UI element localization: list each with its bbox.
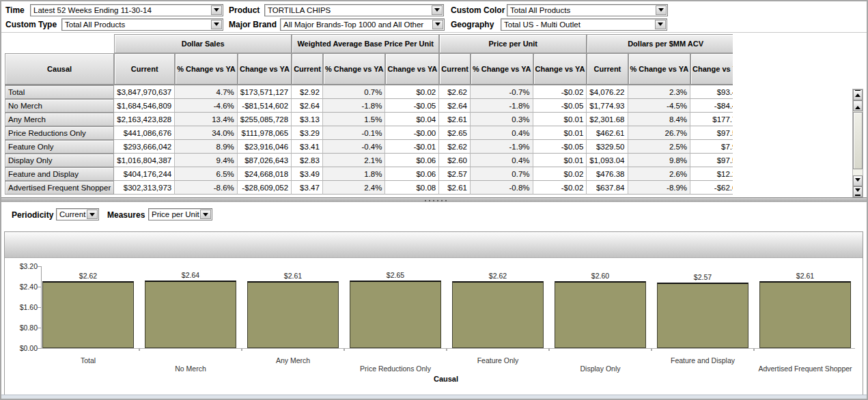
grid-cell: -0.7% <box>471 85 533 99</box>
x-axis-title: Causal <box>412 375 480 383</box>
custom-type-value: Total All Products <box>65 20 125 29</box>
sub-column-header[interactable]: Change vs YA <box>533 53 587 85</box>
chevron-down-icon[interactable] <box>211 20 222 29</box>
major-brand-dropdown[interactable]: All Major Brands-Top 1000 and All Other <box>280 18 445 31</box>
grid-cell: -1.9% <box>471 140 533 154</box>
column-group-header[interactable]: Weighted Average Base Price Per Unit <box>292 34 439 53</box>
scroll-to-top-button[interactable] <box>853 89 863 100</box>
grid-cell: $2.64 <box>439 99 471 113</box>
chart-bar[interactable] <box>452 281 544 348</box>
column-group-header[interactable]: Dollars per $MM ACV <box>587 34 733 53</box>
grid-cell: -0.4% <box>323 140 386 154</box>
row-header-button[interactable]: Price Reductions Only <box>5 126 114 140</box>
x-axis-tick-mark <box>753 348 755 351</box>
time-dropdown[interactable]: Latest 52 Weeks Ending 11-30-14 <box>30 4 223 16</box>
chart-bar[interactable] <box>555 281 646 348</box>
sub-column-header[interactable]: Change vs YA <box>690 53 733 85</box>
chart-bar[interactable] <box>145 281 236 348</box>
column-group-header[interactable]: Dollar Sales <box>114 34 292 53</box>
time-value: Latest 52 Weeks Ending 11-30-14 <box>33 6 152 14</box>
row-header-button[interactable]: Feature and Display <box>5 167 114 181</box>
sub-column-header[interactable]: % Change vs YA <box>323 53 386 85</box>
grid-cell: $3.47 <box>292 181 323 195</box>
chevron-down-icon[interactable] <box>87 210 98 219</box>
filter-custom-color: Custom Color Total All Products <box>451 3 668 16</box>
row-header-button[interactable]: Total <box>5 85 114 99</box>
y-axis-tick-mark <box>38 266 41 267</box>
grid-cell: -$62.61 <box>690 181 733 195</box>
chevron-down-icon[interactable] <box>200 210 211 219</box>
sub-column-header[interactable]: Current <box>292 53 323 85</box>
row-header-button[interactable]: Feature Only <box>5 140 114 154</box>
grid-cell: $2,301.68 <box>587 113 628 126</box>
custom-color-dropdown[interactable]: Total All Products <box>507 4 668 16</box>
grid-cell: 9.8% <box>628 154 691 167</box>
grid-cell: $2.64 <box>292 99 323 113</box>
grid-cell: $462.61 <box>587 126 628 140</box>
grid-cell: 8.9% <box>175 140 238 154</box>
chart-bar[interactable] <box>247 281 339 348</box>
product-dropdown[interactable]: TORTILLA CHIPS <box>264 4 444 16</box>
sub-column-header[interactable]: Current <box>114 53 175 85</box>
grid-cell: 2.6% <box>628 167 691 181</box>
grid-vertical-scrollbar[interactable] <box>852 89 863 198</box>
pane-splitter[interactable] <box>1 197 867 202</box>
chart-bar[interactable] <box>350 281 441 348</box>
row-header-button[interactable]: Advertised Frequent Shopper <box>5 181 114 195</box>
scroll-up-button[interactable] <box>853 100 863 111</box>
geography-dropdown[interactable]: Total US - Multi Outlet <box>501 18 667 31</box>
scrollbar-thumb[interactable] <box>853 112 863 169</box>
grid-cell: $2.65 <box>439 126 471 140</box>
sub-column-header[interactable]: % Change vs YA <box>175 53 238 85</box>
chevron-down-icon[interactable] <box>655 20 666 29</box>
row-header-button[interactable]: Display Only <box>5 154 114 167</box>
grid-cell: $7.96 <box>690 140 733 154</box>
table-row: Display Only$1,016,804,3879.4%$87,026,64… <box>5 154 733 167</box>
periodicity-dropdown[interactable]: Current <box>56 208 99 220</box>
filter-geography: Geography Total US - Multi Outlet <box>451 18 667 31</box>
bar-chart-panel: $3.20$2.40$1.60$0.80$0.00$2.62Total$2.64… <box>4 231 863 395</box>
scroll-to-end-button[interactable] <box>853 186 863 197</box>
causal-column-header[interactable]: Causal <box>5 53 114 85</box>
grid-cell: $97.50 <box>690 154 733 167</box>
table-row: Any Merch$2,163,423,82813.4%$255,085,728… <box>5 113 733 126</box>
row-header-button[interactable]: No Merch <box>5 99 114 113</box>
chevron-down-icon[interactable] <box>211 5 222 15</box>
grid-cell: $404,176,244 <box>114 167 175 181</box>
grid-cell: 13.4% <box>175 113 238 126</box>
row-header-button[interactable]: Any Merch <box>5 113 114 126</box>
y-axis-line <box>41 266 42 348</box>
grid-cell: -$84.47 <box>690 99 733 113</box>
grid-cell: $1,016,804,387 <box>114 154 175 167</box>
custom-type-dropdown[interactable]: Total All Products <box>61 18 223 31</box>
chart-bar[interactable] <box>42 281 134 348</box>
grid-cell: $2,163,423,828 <box>114 113 175 126</box>
x-axis-category-label: Feature Only <box>432 356 564 365</box>
grid-cell: $329.50 <box>587 140 628 154</box>
scroll-down-button[interactable] <box>853 175 863 186</box>
chevron-down-icon[interactable] <box>432 20 443 29</box>
geography-value: Total US - Multi Outlet <box>504 20 580 29</box>
grid-cell: $0.06 <box>385 154 439 167</box>
grid-cell: 1.5% <box>323 113 386 126</box>
chart-bar[interactable] <box>657 283 748 348</box>
sub-column-header[interactable]: Change vs YA <box>385 53 439 85</box>
scrollbar-track[interactable] <box>853 111 863 175</box>
grid-cell: $3.49 <box>292 167 323 181</box>
chart-bar[interactable] <box>759 281 851 348</box>
bar-value-label: $2.61 <box>759 272 851 280</box>
chevron-down-icon[interactable] <box>656 5 667 15</box>
grid-cell: $302,313,973 <box>114 181 175 195</box>
column-group-header[interactable]: Price per Unit <box>439 34 587 53</box>
sub-column-header[interactable]: % Change vs YA <box>628 53 691 85</box>
sub-column-header[interactable]: Change vs YA <box>238 53 292 85</box>
measures-value: Price per Unit <box>152 210 199 218</box>
grid-cell: 26.7% <box>628 126 691 140</box>
measures-dropdown[interactable]: Price per Unit <box>148 208 212 220</box>
sub-column-header[interactable]: % Change vs YA <box>471 53 533 85</box>
sub-column-header[interactable]: Current <box>587 53 628 85</box>
grid-cell: $3.29 <box>292 126 323 140</box>
chevron-down-icon[interactable] <box>432 5 443 15</box>
sub-column-header[interactable]: Current <box>439 53 471 85</box>
grid-cell: 0.4% <box>471 126 533 140</box>
